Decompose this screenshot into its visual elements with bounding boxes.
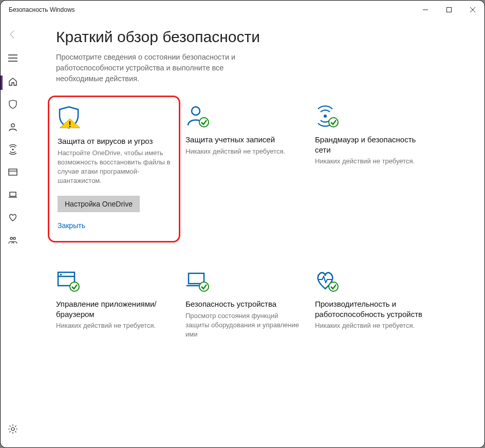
- health-ok-icon: [315, 267, 431, 294]
- card-title: Защита от вирусов и угроз: [58, 136, 171, 146]
- menu-toggle[interactable]: [3, 48, 23, 68]
- nav-account[interactable]: [1, 117, 25, 139]
- card-title: Производительность и работоспособность у…: [315, 299, 431, 319]
- svg-point-27: [199, 282, 209, 291]
- account-ok-icon: [185, 103, 302, 129]
- nav-virus[interactable]: [1, 94, 25, 117]
- main-content: Краткий обзор безопасности Просмотрите с…: [25, 19, 484, 447]
- svg-point-17: [69, 126, 71, 127]
- minimize-button[interactable]: [414, 1, 437, 19]
- svg-point-28: [329, 282, 338, 291]
- svg-point-12: [10, 237, 12, 239]
- card-virus-threat[interactable]: Защита от вирусов и угроз Настройте OneD…: [48, 96, 180, 242]
- card-desc: Настройте OneDrive, чтобы иметь возможно…: [58, 148, 171, 186]
- family-icon: [8, 235, 18, 247]
- laptop-icon: [8, 190, 18, 202]
- card-account-protection[interactable]: Защита учетных записей Никаких действий …: [185, 103, 302, 231]
- svg-point-21: [329, 118, 338, 127]
- svg-rect-24: [60, 274, 62, 275]
- svg-point-19: [199, 118, 209, 127]
- sidebar: [1, 19, 25, 447]
- card-desc: Никаких действий не требуется.: [315, 321, 431, 330]
- shield-icon: [8, 99, 18, 111]
- card-desc: Никаких действий не требуется.: [315, 157, 431, 166]
- card-title: Безопасность устройства: [185, 299, 302, 309]
- svg-rect-26: [189, 273, 204, 284]
- virus-shield-warning-icon: [58, 104, 171, 131]
- firewall-ok-icon: [315, 103, 431, 129]
- svg-point-25: [70, 282, 79, 291]
- card-firewall[interactable]: Брандмауэр и безопасность сети Никаких д…: [315, 103, 431, 231]
- svg-point-13: [13, 237, 15, 239]
- page-subtitle: Просмотрите сведения о состоянии безопас…: [56, 52, 272, 84]
- home-icon: [8, 77, 18, 89]
- card-app-browser[interactable]: Управление приложениями/браузером Никаки…: [56, 267, 172, 339]
- appbrowser-icon: [8, 167, 18, 179]
- card-desc: Никаких действий не требуется.: [185, 147, 302, 156]
- dismiss-link[interactable]: Закрыть: [58, 221, 171, 230]
- nav-home[interactable]: [1, 71, 25, 94]
- cards-grid: Защита от вирусов и угроз Настройте OneD…: [56, 103, 446, 339]
- svg-point-8: [12, 148, 13, 150]
- appbrowser-ok-icon: [56, 267, 172, 294]
- card-desc: Никаких действий не требуется.: [56, 321, 172, 330]
- close-button[interactable]: [461, 1, 484, 19]
- nav-health[interactable]: [1, 207, 25, 230]
- nav-appbrowser[interactable]: [1, 162, 25, 184]
- gear-icon: [8, 424, 18, 436]
- card-desc: Просмотр состояния функций защиты оборуд…: [185, 311, 302, 340]
- device-ok-icon: [185, 267, 302, 294]
- app-window: Безопасность Windows: [0, 0, 485, 448]
- nav-firewall[interactable]: [1, 139, 25, 162]
- card-device-security[interactable]: Безопасность устройства Просмотр состоян…: [185, 267, 302, 339]
- svg-point-14: [11, 427, 14, 431]
- svg-rect-11: [10, 192, 16, 196]
- card-title: Брандмауэр и безопасность сети: [315, 135, 431, 155]
- maximize-button[interactable]: [437, 1, 461, 19]
- titlebar: Безопасность Windows: [1, 1, 484, 19]
- person-icon: [8, 122, 18, 134]
- svg-rect-1: [447, 8, 452, 12]
- nav-family[interactable]: [1, 230, 25, 252]
- svg-rect-9: [9, 169, 17, 175]
- window-title: Безопасность Windows: [9, 6, 75, 13]
- nav-device[interactable]: [1, 184, 25, 207]
- svg-point-18: [192, 107, 200, 115]
- card-title: Управление приложениями/браузером: [56, 299, 172, 319]
- onedrive-setup-button[interactable]: Настройка OneDrive: [58, 196, 140, 212]
- heart-icon: [8, 212, 18, 225]
- page-title: Краткий обзор безопасности: [56, 28, 464, 46]
- card-title: Защита учетных записей: [185, 135, 302, 145]
- network-icon: [8, 144, 18, 157]
- window-controls: [414, 1, 484, 19]
- card-device-health[interactable]: Производительность и работоспособность у…: [315, 267, 431, 339]
- svg-point-20: [324, 115, 327, 118]
- nav-settings[interactable]: [1, 419, 25, 441]
- back-button[interactable]: [3, 24, 23, 45]
- svg-point-7: [11, 124, 14, 127]
